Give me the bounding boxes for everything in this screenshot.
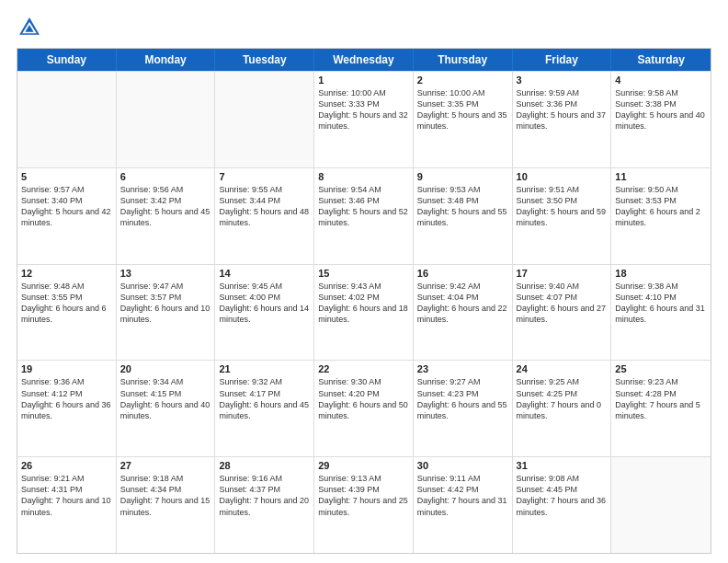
- day-info: Sunrise: 9:57 AM Sunset: 3:40 PM Dayligh…: [21, 184, 112, 229]
- day-info: Sunrise: 9:47 AM Sunset: 3:57 PM Dayligh…: [120, 281, 211, 326]
- day-info: Sunrise: 9:34 AM Sunset: 4:15 PM Dayligh…: [120, 376, 211, 421]
- logo: [17, 15, 46, 40]
- page: SundayMondayTuesdayWednesdayThursdayFrid…: [0, 0, 728, 563]
- weekday-header-tuesday: Tuesday: [215, 49, 314, 71]
- day-info: Sunrise: 9:48 AM Sunset: 3:55 PM Dayligh…: [21, 281, 112, 326]
- day-cell-16: 16Sunrise: 9:42 AM Sunset: 4:04 PM Dayli…: [414, 265, 513, 361]
- day-number: 23: [417, 363, 508, 374]
- day-cell-19: 19Sunrise: 9:36 AM Sunset: 4:12 PM Dayli…: [17, 361, 117, 456]
- empty-cell-r0c2: [215, 72, 314, 167]
- day-info: Sunrise: 9:43 AM Sunset: 4:02 PM Dayligh…: [318, 281, 409, 326]
- day-info: Sunrise: 9:08 AM Sunset: 4:45 PM Dayligh…: [517, 473, 608, 518]
- day-number: 22: [318, 363, 409, 374]
- day-cell-17: 17Sunrise: 9:40 AM Sunset: 4:07 PM Dayli…: [513, 265, 612, 361]
- day-cell-24: 24Sunrise: 9:25 AM Sunset: 4:25 PM Dayli…: [513, 361, 612, 456]
- day-info: Sunrise: 10:00 AM Sunset: 3:35 PM Daylig…: [417, 87, 508, 132]
- day-number: 2: [417, 75, 508, 86]
- day-info: Sunrise: 9:55 AM Sunset: 3:44 PM Dayligh…: [219, 184, 310, 229]
- day-cell-2: 2Sunrise: 10:00 AM Sunset: 3:35 PM Dayli…: [414, 72, 513, 167]
- day-cell-1: 1Sunrise: 10:00 AM Sunset: 3:33 PM Dayli…: [314, 72, 414, 167]
- day-cell-21: 21Sunrise: 9:32 AM Sunset: 4:17 PM Dayli…: [215, 361, 314, 456]
- day-number: 12: [21, 268, 112, 279]
- day-number: 24: [517, 363, 608, 374]
- calendar-header: SundayMondayTuesdayWednesdayThursdayFrid…: [17, 49, 711, 71]
- day-number: 31: [517, 460, 608, 471]
- calendar-body: 1Sunrise: 10:00 AM Sunset: 3:33 PM Dayli…: [17, 71, 711, 553]
- day-cell-22: 22Sunrise: 9:30 AM Sunset: 4:20 PM Dayli…: [314, 361, 414, 456]
- calendar-row-4: 19Sunrise: 9:36 AM Sunset: 4:12 PM Dayli…: [17, 360, 711, 456]
- day-cell-26: 26Sunrise: 9:21 AM Sunset: 4:31 PM Dayli…: [17, 457, 117, 553]
- logo-icon: [17, 15, 42, 40]
- day-info: Sunrise: 10:00 AM Sunset: 3:33 PM Daylig…: [318, 87, 409, 132]
- weekday-header-friday: Friday: [513, 49, 612, 71]
- day-number: 19: [21, 363, 112, 374]
- day-info: Sunrise: 9:30 AM Sunset: 4:20 PM Dayligh…: [318, 376, 409, 421]
- day-info: Sunrise: 9:58 AM Sunset: 3:38 PM Dayligh…: [615, 87, 707, 132]
- day-number: 11: [615, 171, 707, 182]
- day-number: 13: [120, 268, 211, 279]
- day-info: Sunrise: 9:53 AM Sunset: 3:48 PM Dayligh…: [417, 184, 508, 229]
- day-cell-15: 15Sunrise: 9:43 AM Sunset: 4:02 PM Dayli…: [314, 265, 414, 361]
- day-cell-6: 6Sunrise: 9:56 AM Sunset: 3:42 PM Daylig…: [117, 168, 216, 264]
- calendar-row-3: 12Sunrise: 9:48 AM Sunset: 3:55 PM Dayli…: [17, 264, 711, 361]
- day-cell-9: 9Sunrise: 9:53 AM Sunset: 3:48 PM Daylig…: [414, 168, 513, 264]
- day-info: Sunrise: 9:45 AM Sunset: 4:00 PM Dayligh…: [219, 281, 310, 326]
- day-number: 30: [417, 460, 508, 471]
- day-number: 26: [21, 460, 112, 471]
- day-info: Sunrise: 9:56 AM Sunset: 3:42 PM Dayligh…: [120, 184, 211, 229]
- weekday-header-sunday: Sunday: [17, 49, 117, 71]
- day-info: Sunrise: 9:25 AM Sunset: 4:25 PM Dayligh…: [517, 376, 608, 421]
- calendar-row-1: 1Sunrise: 10:00 AM Sunset: 3:33 PM Dayli…: [17, 71, 711, 167]
- day-cell-10: 10Sunrise: 9:51 AM Sunset: 3:50 PM Dayli…: [513, 168, 612, 264]
- weekday-header-thursday: Thursday: [414, 49, 513, 71]
- day-number: 10: [517, 171, 608, 182]
- empty-cell-r0c1: [117, 72, 216, 167]
- day-info: Sunrise: 9:23 AM Sunset: 4:28 PM Dayligh…: [615, 376, 707, 421]
- day-number: 9: [417, 171, 508, 182]
- day-info: Sunrise: 9:32 AM Sunset: 4:17 PM Dayligh…: [219, 376, 310, 421]
- day-info: Sunrise: 9:16 AM Sunset: 4:37 PM Dayligh…: [219, 473, 310, 518]
- day-number: 15: [318, 268, 409, 279]
- day-cell-11: 11Sunrise: 9:50 AM Sunset: 3:53 PM Dayli…: [611, 168, 711, 264]
- day-info: Sunrise: 9:11 AM Sunset: 4:42 PM Dayligh…: [417, 473, 508, 518]
- day-info: Sunrise: 9:27 AM Sunset: 4:23 PM Dayligh…: [417, 376, 508, 421]
- day-cell-30: 30Sunrise: 9:11 AM Sunset: 4:42 PM Dayli…: [414, 457, 513, 553]
- day-cell-31: 31Sunrise: 9:08 AM Sunset: 4:45 PM Dayli…: [513, 457, 612, 553]
- day-number: 16: [417, 268, 508, 279]
- day-number: 3: [517, 75, 608, 86]
- day-number: 14: [219, 268, 310, 279]
- day-number: 21: [219, 363, 310, 374]
- day-cell-23: 23Sunrise: 9:27 AM Sunset: 4:23 PM Dayli…: [414, 361, 513, 456]
- day-cell-3: 3Sunrise: 9:59 AM Sunset: 3:36 PM Daylig…: [513, 72, 612, 167]
- day-number: 8: [318, 171, 409, 182]
- day-cell-28: 28Sunrise: 9:16 AM Sunset: 4:37 PM Dayli…: [215, 457, 314, 553]
- day-info: Sunrise: 9:50 AM Sunset: 3:53 PM Dayligh…: [615, 184, 707, 229]
- day-info: Sunrise: 9:21 AM Sunset: 4:31 PM Dayligh…: [21, 473, 112, 518]
- weekday-header-monday: Monday: [117, 49, 216, 71]
- day-cell-7: 7Sunrise: 9:55 AM Sunset: 3:44 PM Daylig…: [215, 168, 314, 264]
- calendar: SundayMondayTuesdayWednesdayThursdayFrid…: [17, 48, 711, 554]
- day-info: Sunrise: 9:18 AM Sunset: 4:34 PM Dayligh…: [120, 473, 211, 518]
- day-info: Sunrise: 9:36 AM Sunset: 4:12 PM Dayligh…: [21, 376, 112, 421]
- day-number: 6: [120, 171, 211, 182]
- day-info: Sunrise: 9:54 AM Sunset: 3:46 PM Dayligh…: [318, 184, 409, 229]
- day-number: 20: [120, 363, 211, 374]
- day-cell-12: 12Sunrise: 9:48 AM Sunset: 3:55 PM Dayli…: [17, 265, 117, 361]
- day-cell-4: 4Sunrise: 9:58 AM Sunset: 3:38 PM Daylig…: [611, 72, 711, 167]
- day-info: Sunrise: 9:38 AM Sunset: 4:10 PM Dayligh…: [615, 281, 707, 326]
- day-info: Sunrise: 9:13 AM Sunset: 4:39 PM Dayligh…: [318, 473, 409, 518]
- day-number: 29: [318, 460, 409, 471]
- day-info: Sunrise: 9:42 AM Sunset: 4:04 PM Dayligh…: [417, 281, 508, 326]
- day-number: 25: [615, 363, 707, 374]
- day-number: 4: [615, 75, 707, 86]
- day-cell-8: 8Sunrise: 9:54 AM Sunset: 3:46 PM Daylig…: [314, 168, 414, 264]
- empty-cell-r4c6: [611, 457, 711, 553]
- day-cell-18: 18Sunrise: 9:38 AM Sunset: 4:10 PM Dayli…: [611, 265, 711, 361]
- weekday-header-saturday: Saturday: [611, 49, 711, 71]
- day-cell-20: 20Sunrise: 9:34 AM Sunset: 4:15 PM Dayli…: [117, 361, 216, 456]
- day-info: Sunrise: 9:40 AM Sunset: 4:07 PM Dayligh…: [517, 281, 608, 326]
- day-number: 28: [219, 460, 310, 471]
- day-info: Sunrise: 9:51 AM Sunset: 3:50 PM Dayligh…: [517, 184, 608, 229]
- day-number: 18: [615, 268, 707, 279]
- empty-cell-r0c0: [17, 72, 117, 167]
